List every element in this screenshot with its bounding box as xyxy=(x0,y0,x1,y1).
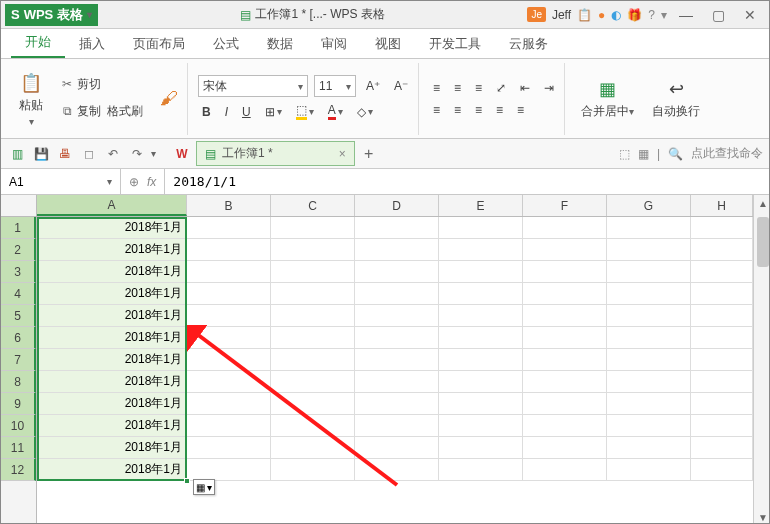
name-box[interactable]: A1 ▾ xyxy=(1,169,121,194)
cell-A1[interactable]: 2018年1月 xyxy=(37,217,187,239)
qat-preview-icon[interactable]: ◻ xyxy=(79,144,99,164)
cell-B2[interactable] xyxy=(187,239,271,261)
cell-D3[interactable] xyxy=(355,261,439,283)
cell-G3[interactable] xyxy=(607,261,691,283)
cell-F11[interactable] xyxy=(523,437,607,459)
doc-tab-close-icon[interactable]: × xyxy=(339,147,346,161)
wps-logo-icon[interactable]: W xyxy=(172,144,192,164)
increase-font-button[interactable]: A⁺ xyxy=(362,77,384,95)
fill-color-button[interactable]: ⬚▾ xyxy=(292,101,318,122)
cell-C1[interactable] xyxy=(271,217,355,239)
cell-F5[interactable] xyxy=(523,305,607,327)
cell-F2[interactable] xyxy=(523,239,607,261)
cell-B11[interactable] xyxy=(187,437,271,459)
cell-A3[interactable]: 2018年1月 xyxy=(37,261,187,283)
tab-insert[interactable]: 插入 xyxy=(65,29,119,58)
gift-icon[interactable]: 🎁 xyxy=(627,8,642,22)
cell-E11[interactable] xyxy=(439,437,523,459)
italic-button[interactable]: I xyxy=(221,103,232,121)
cell-G10[interactable] xyxy=(607,415,691,437)
doc-tab[interactable]: ▤ 工作簿1 * × xyxy=(196,141,355,166)
decrease-font-button[interactable]: A⁻ xyxy=(390,77,412,95)
cell-B1[interactable] xyxy=(187,217,271,239)
col-header-G[interactable]: G xyxy=(607,195,691,216)
tab-formulas[interactable]: 公式 xyxy=(199,29,253,58)
cell-D10[interactable] xyxy=(355,415,439,437)
cell-B7[interactable] xyxy=(187,349,271,371)
paste-button[interactable]: 📋 粘贴▾ xyxy=(13,67,49,131)
merge-center-button[interactable]: ▦ 合并居中▾ xyxy=(575,73,640,124)
cell-F8[interactable] xyxy=(523,371,607,393)
fx-label[interactable]: fx xyxy=(147,175,156,189)
cell-C5[interactable] xyxy=(271,305,355,327)
cell-F7[interactable] xyxy=(523,349,607,371)
app-logo[interactable]: S WPS 表格 ▾ xyxy=(5,4,98,26)
help-icon[interactable]: ? xyxy=(648,8,655,22)
decrease-indent-button[interactable]: ⇤ xyxy=(516,79,534,97)
settings-icon[interactable]: ▾ xyxy=(661,8,667,22)
cell-D1[interactable] xyxy=(355,217,439,239)
cut-button[interactable]: ✂ 剪切 xyxy=(55,74,151,95)
col-header-H[interactable]: H xyxy=(691,195,753,216)
cell-E7[interactable] xyxy=(439,349,523,371)
qat-new-icon[interactable]: ▥ xyxy=(7,144,27,164)
orientation-button[interactable]: ⤢ xyxy=(492,79,510,97)
cell-D4[interactable] xyxy=(355,283,439,305)
tab-cloud[interactable]: 云服务 xyxy=(495,29,562,58)
cell-H1[interactable] xyxy=(691,217,753,239)
cell-D8[interactable] xyxy=(355,371,439,393)
row-header-6[interactable]: 6 xyxy=(1,327,36,349)
row-header-5[interactable]: 5 xyxy=(1,305,36,327)
cell-F9[interactable] xyxy=(523,393,607,415)
search-hint[interactable]: 点此查找命令 xyxy=(691,145,763,162)
cell-G9[interactable] xyxy=(607,393,691,415)
cell-F10[interactable] xyxy=(523,415,607,437)
font-size-select[interactable]: 11▾ xyxy=(314,75,356,97)
font-color-button[interactable]: A▾ xyxy=(324,101,347,122)
row-header-10[interactable]: 10 xyxy=(1,415,36,437)
cell-G5[interactable] xyxy=(607,305,691,327)
cell-C8[interactable] xyxy=(271,371,355,393)
cell-D7[interactable] xyxy=(355,349,439,371)
cell-B8[interactable] xyxy=(187,371,271,393)
cell-H7[interactable] xyxy=(691,349,753,371)
col-header-E[interactable]: E xyxy=(439,195,523,216)
cell-A11[interactable]: 2018年1月 xyxy=(37,437,187,459)
wrap-text-button[interactable]: ↩ 自动换行 xyxy=(646,73,706,124)
cell-A8[interactable]: 2018年1月 xyxy=(37,371,187,393)
cells[interactable]: 2018年1月2018年1月2018年1月2018年1月2018年1月2018年… xyxy=(37,217,753,524)
cell-A12[interactable]: 2018年1月 xyxy=(37,459,187,481)
align-top-button[interactable]: ≡ xyxy=(429,79,444,97)
align-center-button[interactable]: ≡ xyxy=(450,101,465,119)
right-icon-1[interactable]: ⬚ xyxy=(619,147,630,161)
cell-H5[interactable] xyxy=(691,305,753,327)
scroll-down-icon[interactable]: ▼ xyxy=(754,509,770,524)
cell-C2[interactable] xyxy=(271,239,355,261)
format-painter-button[interactable]: 格式刷 xyxy=(103,101,147,122)
cell-A6[interactable]: 2018年1月 xyxy=(37,327,187,349)
search-icon[interactable]: 🔍 xyxy=(668,147,683,161)
tab-review[interactable]: 审阅 xyxy=(307,29,361,58)
cell-F1[interactable] xyxy=(523,217,607,239)
col-header-A[interactable]: A xyxy=(37,195,187,216)
cell-H11[interactable] xyxy=(691,437,753,459)
cell-E12[interactable] xyxy=(439,459,523,481)
cell-C10[interactable] xyxy=(271,415,355,437)
scroll-thumb[interactable] xyxy=(757,217,769,267)
qat-print-icon[interactable]: 🖶 xyxy=(55,144,75,164)
cell-A4[interactable]: 2018年1月 xyxy=(37,283,187,305)
row-header-1[interactable]: 1 xyxy=(1,217,36,239)
cell-H3[interactable] xyxy=(691,261,753,283)
cell-E3[interactable] xyxy=(439,261,523,283)
cell-E2[interactable] xyxy=(439,239,523,261)
cell-H2[interactable] xyxy=(691,239,753,261)
maximize-button[interactable]: ▢ xyxy=(705,5,731,25)
cell-C11[interactable] xyxy=(271,437,355,459)
cell-B3[interactable] xyxy=(187,261,271,283)
col-header-C[interactable]: C xyxy=(271,195,355,216)
align-middle-button[interactable]: ≡ xyxy=(450,79,465,97)
cell-H4[interactable] xyxy=(691,283,753,305)
row-header-8[interactable]: 8 xyxy=(1,371,36,393)
row-header-7[interactable]: 7 xyxy=(1,349,36,371)
cell-C3[interactable] xyxy=(271,261,355,283)
